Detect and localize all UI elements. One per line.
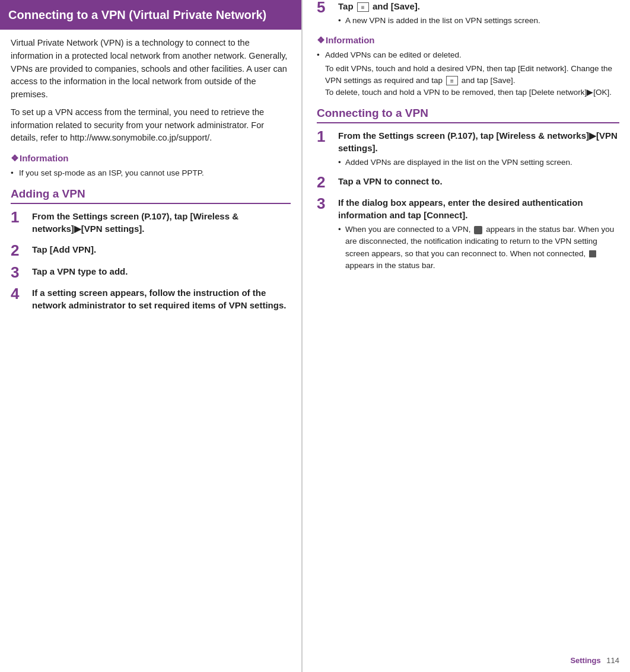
right-step-2: 2 Tap a VPN to connect to. (317, 175, 619, 191)
intro-para-1: Virtual Private Network (VPN) is a techn… (11, 37, 291, 101)
step5-and-save: and [Save]. (373, 1, 420, 11)
left-info-bullet: If you set sp-mode as an ISP, you cannot… (11, 167, 291, 179)
step5-tap-label: Tap (338, 1, 354, 11)
right-step-1: 1 From the Settings screen (P.107), tap … (317, 129, 619, 168)
footer-page: 114 (606, 656, 619, 665)
info-bullet-0: Added VPNs can be edited or deleted. (317, 49, 619, 61)
intro-para-2: To set up a VPN access from the terminal… (11, 106, 291, 145)
info-delete-text: To delete, touch and hold a VPN to be re… (317, 87, 619, 98)
right-step3-bullet: When you are connected to a VPN, appears… (338, 224, 619, 272)
vpn-connected-icon (474, 226, 482, 234)
adding-vpn-heading: Adding a VPN (11, 187, 291, 204)
right-step1-bullet: Added VPNs are displayed in the list on … (338, 157, 619, 168)
vpn-disconnected-icon (589, 250, 596, 257)
info-edit-text: To edit VPNs, touch and hold a desired V… (317, 63, 619, 87)
step-4: 4 If a setting screen appears, follow th… (11, 286, 291, 314)
menu-icon: ≡ (357, 2, 369, 12)
step5-bullet: A new VPN is added in the list on VPN se… (338, 15, 619, 27)
page-header: Connecting to a VPN (Virtual Private Net… (0, 0, 301, 30)
right-info-heading: Information (317, 35, 619, 46)
left-info-heading: Information (11, 153, 291, 164)
step-5: 5 Tap ≡ and [Save]. A new VPN is added i… (317, 0, 619, 27)
step-3: 3 Tap a VPN type to add. (11, 265, 291, 281)
step-1: 1 From the Settings screen (P.107), tap … (11, 210, 291, 237)
menu-icon-2: ≡ (446, 76, 458, 85)
right-step-3: 3 If the dialog box appears, enter the d… (317, 196, 619, 272)
step-2: 2 Tap [Add VPN]. (11, 243, 291, 259)
footer-label: Settings (570, 656, 600, 665)
connecting-vpn-heading: Connecting to a VPN (317, 107, 619, 123)
page-footer: Settings 114 (567, 656, 619, 665)
